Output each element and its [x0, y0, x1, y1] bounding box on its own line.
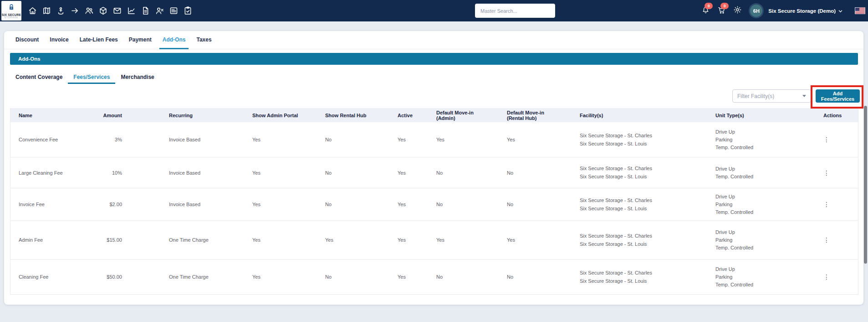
tab-invoice[interactable]: Invoice — [44, 31, 74, 49]
cell-dmi-rental: Yes — [507, 237, 580, 243]
column-header-recurring: Recurring — [169, 113, 252, 118]
tab-payment[interactable]: Payment — [123, 31, 157, 49]
unit-types-item: Parking — [715, 237, 811, 244]
navbar-icon-menu — [26, 0, 195, 21]
cell-actions: ⋮ — [811, 136, 858, 143]
package-icon[interactable] — [96, 0, 110, 21]
cell-actions: ⋮ — [811, 237, 858, 243]
arrow-right-icon[interactable] — [68, 0, 82, 21]
document-icon[interactable] — [138, 0, 153, 21]
tab-discount[interactable]: Discount — [10, 31, 44, 49]
row-actions-kebab-icon[interactable]: ⋮ — [823, 170, 830, 176]
subtab-content-coverage[interactable]: Content Coverage — [10, 70, 68, 84]
unit-types-item: Drive Up — [715, 129, 811, 135]
unit-types-item: Parking — [715, 136, 811, 143]
facilities-item: Six Secure Storage - St. Louis — [580, 278, 715, 285]
account-menu[interactable]: Six Secure Storage (Demo) — [768, 8, 842, 14]
cell-dmi-admin: No — [436, 274, 507, 280]
cell-unit-types: Drive UpParkingTemp. Controlled — [715, 228, 811, 252]
mail-icon[interactable] — [110, 0, 124, 21]
cell-show-rental: No — [325, 137, 398, 142]
cell-show-rental: Yes — [325, 237, 398, 243]
cell-dmi-admin: No — [436, 170, 507, 176]
filter-facility-select[interactable]: Filter Facility(s) — [732, 89, 811, 103]
column-header-unit-type-s: Unit Type(s) — [715, 113, 811, 118]
column-header-default-move-in-admin: Default Move-in (Admin) — [436, 110, 507, 121]
subtab-merchandise[interactable]: Merchandise — [115, 70, 159, 84]
cell-actions: ⋮ — [811, 274, 858, 280]
fees-services-table: NameAmountRecurringShow Admin PortalShow… — [10, 108, 858, 295]
row-actions-kebab-icon[interactable]: ⋮ — [823, 274, 830, 280]
unit-types-item: Temp. Controlled — [715, 281, 811, 288]
avatar[interactable]: 6H — [750, 5, 762, 17]
remove-user-icon[interactable] — [153, 0, 167, 21]
cell-dmi-rental: No — [507, 170, 580, 176]
chevron-down-icon — [838, 8, 842, 14]
unit-types-item: Drive Up — [715, 229, 811, 236]
settings-card: DiscountInvoiceLate-Lien FeesPaymentAdd-… — [4, 31, 863, 305]
notifications-badge: 0 — [705, 3, 713, 9]
cell-recurring: Invoice Based — [169, 202, 252, 207]
us-flag-icon[interactable] — [855, 7, 865, 14]
tasks-icon[interactable] — [181, 0, 195, 21]
cell-dmi-admin: Yes — [436, 137, 507, 142]
tab-late-lien-fees[interactable]: Late-Lien Fees — [74, 31, 123, 49]
subtab-fees-services[interactable]: Fees/Services — [68, 70, 115, 84]
cell-recurring: One Time Charge — [169, 274, 252, 280]
cell-actions: ⋮ — [811, 201, 858, 208]
cell-dmi-rental: No — [507, 202, 580, 207]
top-navbar: SIX SECURE STORAGE 0 0 6H Six Secure Sto… — [0, 0, 868, 21]
cell-facilities: Six Secure Storage - St. CharlesSix Secu… — [580, 231, 715, 249]
column-header-facility-s: Facility(s) — [580, 113, 715, 118]
analytics-icon[interactable] — [124, 0, 138, 21]
vertical-scrollbar[interactable] — [864, 106, 867, 264]
cell-show-admin: Yes — [252, 274, 325, 280]
cell-facilities: Six Secure Storage - St. CharlesSix Secu… — [580, 164, 715, 182]
table-header-row: NameAmountRecurringShow Admin PortalShow… — [10, 108, 858, 122]
cell-active: Yes — [398, 274, 436, 280]
cell-show-admin: Yes — [252, 237, 325, 243]
cell-active: Yes — [398, 137, 436, 142]
map-icon[interactable] — [40, 0, 54, 21]
facilities-item: Six Secure Storage - St. Louis — [580, 173, 715, 180]
cell-show-admin: Yes — [252, 170, 325, 176]
row-actions-kebab-icon[interactable]: ⋮ — [823, 237, 830, 243]
column-header-show-admin-portal: Show Admin Portal — [252, 113, 325, 118]
cell-amount: 10% — [99, 170, 169, 176]
master-search — [475, 4, 555, 18]
column-header-amount: Amount — [99, 113, 169, 118]
row-actions-kebab-icon[interactable]: ⋮ — [823, 201, 830, 208]
table-row: Convenience Fee3%Invoice BasedYesNoYesYe… — [10, 122, 858, 157]
cell-show-rental: No — [325, 274, 398, 280]
tab-add-ons[interactable]: Add-Ons — [157, 31, 191, 49]
cell-dmi-admin: No — [436, 202, 507, 207]
team-icon[interactable] — [82, 0, 96, 21]
cell-unit-types: Drive UpParkingTemp. Controlled — [715, 128, 811, 152]
unit-types-item: Parking — [715, 274, 811, 280]
column-header-actions: Actions — [811, 113, 858, 118]
cell-facilities: Six Secure Storage - St. CharlesSix Secu… — [580, 268, 715, 286]
cart-badge: 0 — [720, 3, 729, 9]
column-header-default-move-in-rental-hub: Default Move-in (Rental Hub) — [507, 110, 580, 121]
gear-icon — [733, 5, 742, 16]
home-icon[interactable] — [26, 0, 40, 21]
tab-taxes[interactable]: Taxes — [191, 31, 217, 49]
addons-subtab-bar: Content CoverageFees/ServicesMerchandise — [4, 70, 863, 84]
app-logo[interactable]: SIX SECURE STORAGE — [1, 1, 21, 21]
unit-types-item: Temp. Controlled — [715, 244, 811, 251]
notes-icon[interactable] — [167, 0, 181, 21]
facilities-item: Six Secure Storage - St. Louis — [580, 205, 715, 212]
person-pin-icon[interactable] — [54, 0, 68, 21]
notifications-button[interactable]: 0 — [700, 5, 710, 16]
master-search-input[interactable] — [475, 4, 555, 18]
account-name: Six Secure Storage (Demo) — [768, 8, 836, 14]
cell-amount: 3% — [99, 137, 169, 142]
settings-button[interactable] — [732, 6, 742, 16]
filter-facility-placeholder: Filter Facility(s) — [737, 93, 774, 99]
cell-unit-types: Drive UpParkingTemp. Controlled — [715, 192, 811, 217]
column-header-active: Active — [398, 113, 436, 118]
cell-recurring: One Time Charge — [169, 237, 252, 243]
cart-button[interactable]: 0 — [716, 5, 726, 16]
add-fees-services-button[interactable]: Add Fees/Services — [816, 89, 860, 103]
row-actions-kebab-icon[interactable]: ⋮ — [823, 136, 830, 143]
